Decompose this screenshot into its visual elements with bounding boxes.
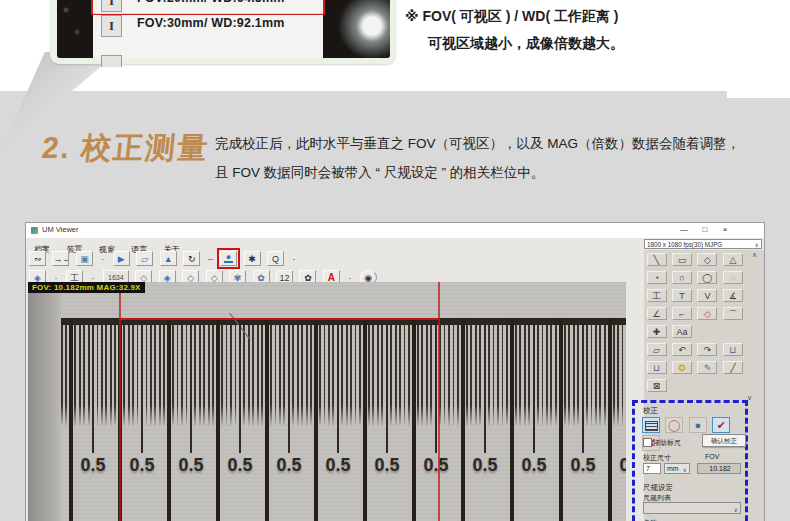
open-folder-icon[interactable]: ▱ [136,251,153,266]
move-tool-icon[interactable]: ✚ [647,325,667,338]
circle-tool-icon[interactable]: ○ [672,271,692,284]
division-label: 0.5 [563,455,603,476]
palette-icon[interactable]: ❂ [672,361,692,374]
triangle-tool-icon[interactable]: △ [723,253,743,266]
major-tick [363,318,367,521]
fov-option-30mm[interactable]: I FOV:30mm/ WD:92.1mm [93,13,323,38]
mid-tick [288,325,290,453]
white-notch [727,91,790,98]
ruler-division: 0.5 [510,282,559,521]
polyline-tool-icon[interactable]: ⌐ [672,307,692,320]
layers-tool-icon[interactable]: ▱ [647,343,667,356]
maximize-button[interactable]: □ [697,223,713,236]
ruler-division: 0.5 [69,282,118,521]
division-label: 0.5 [318,455,358,476]
ruler-settings-title: 尺规设定 [643,483,673,493]
mid-tick [337,325,339,453]
fov-item-label: FOV:20mm/ WD:64.5mm [137,0,285,5]
camera-icon[interactable]: ▣ [76,251,93,266]
aux-ruler-checkbox[interactable] [643,438,652,447]
menu-bar: 档案 装置 视窗 语言 关于 [28,238,186,249]
polygon-tool-icon[interactable]: ◇ [697,253,717,266]
measure-line-left [119,282,121,521]
empty-cell[interactable] [672,379,692,392]
redo-icon[interactable]: ↷ [697,343,717,356]
major-tick [510,318,514,521]
cal-hruler-button[interactable] [642,417,660,433]
text-aa-tool-icon[interactable]: Aa [672,325,692,338]
zoom-icon[interactable]: Q [267,251,284,266]
delete-one-icon[interactable]: ⊔ [723,343,743,356]
mid-tick [190,325,192,453]
record-video-icon[interactable]: ▶ [113,251,130,266]
ellipse-tool-icon[interactable]: ◯ [697,271,717,284]
list-divider [93,13,323,14]
confirm-tooltip: 确认校正 [702,434,746,447]
cal-confirm-button[interactable]: ✔ [712,417,730,433]
arc-tool-icon[interactable]: ⌒ [723,307,743,320]
major-tick [559,318,563,521]
mid-tick [582,325,584,453]
slope-tool-icon[interactable]: ∠ [647,307,667,320]
fov-option-20mm[interactable]: I FOV:20mm/ WD:64.5mm [93,0,323,13]
pick-line-icon[interactable]: ╱ [723,361,743,374]
delete-all-icon[interactable]: ⊔ [647,361,667,374]
camera-viewport[interactable]: 0.5 0.5 0.5 0.5 [28,282,626,521]
rectangle-tool-icon[interactable]: ▭ [672,253,692,266]
fov-mag-badge: FOV: 10.182mm MAG:32.9X [28,282,145,293]
empty-cell[interactable] [723,325,743,338]
settings-gear-icon[interactable]: ✱ [244,251,261,266]
capture-calibrate-icon[interactable]: ● [220,251,237,266]
ruler-list-dropdown[interactable]: ∨ [643,502,741,514]
cal-size-input[interactable]: 7 [643,463,661,474]
camera-dropdown[interactable]: · [99,251,106,266]
mid-tick [484,325,486,453]
chevron-down-icon: ∨ [755,240,759,250]
section-description: 完成校正后，此时水平与垂直之 FOV（可视区），以及 MAG（倍数）数据会随着调… [215,129,760,187]
fit-arrows-icon[interactable]: →← [52,251,69,266]
division-label: 0.5 [612,455,626,476]
pen-tool-icon[interactable]: ◔ [647,271,667,284]
fov-option-list: I FOV:20mm/ WD:64.5mm I FOV:30mm/ WD:92.… [93,0,323,58]
undo-icon[interactable]: ↶ [672,343,692,356]
pan-icon[interactable]: ∾ [29,251,46,266]
resolution-dropdown[interactable]: 1800 x 1080 fps(30) MJPG ∨ [644,239,762,249]
division-label: 0.5 [122,455,162,476]
angle-tool-icon[interactable]: V [697,289,717,302]
empty-cell[interactable] [697,325,717,338]
minimize-button[interactable]: — [676,223,692,236]
division-label: 0.5 [416,455,456,476]
division-label: 0.5 [465,455,505,476]
angle-arrow-tool-icon[interactable]: ∡ [723,289,743,302]
close-button[interactable]: × [717,223,733,236]
red-polygon-tool-icon[interactable]: ◇ [697,307,717,320]
cal-dot-button[interactable]: ● [689,417,707,433]
cal-size-label: 校正尺寸 [643,453,671,463]
app-icon [31,227,38,234]
mid-tick [92,325,94,453]
cal-circle-button[interactable]: ◯ [665,417,683,433]
division-label: 0.5 [220,455,260,476]
export-doc-icon[interactable]: ⊠ [647,379,667,392]
major-tick [265,318,269,521]
unit-dropdown[interactable]: mm ∨ [664,463,690,474]
calibration-title: 校正 [643,406,658,416]
chevron-down-icon: ∨ [734,505,738,515]
image-icon[interactable]: ▲ [160,251,177,266]
zoom-dropdown[interactable]: · [290,251,297,266]
line-tool-icon[interactable]: ╲ [647,253,667,266]
caliper-icon: I [101,0,122,12]
toolbar-row-1: ∾ →← ▣ · ▶ ▱ ▲ ↻ — ● ✱ Q · [28,250,298,268]
dashed-circle-tool-icon[interactable]: ◌ [723,271,743,284]
rotate-icon[interactable]: ↻ [183,251,200,266]
text-tool-icon[interactable]: T [672,289,692,302]
scroll-up-icon[interactable]: ∧ [752,251,757,259]
mid-tick [239,325,241,453]
major-tick [167,318,171,521]
brush-icon[interactable]: ✎ [697,361,717,374]
caliper-tool-icon[interactable]: 工 [647,289,667,302]
mid-tick [141,325,143,453]
desc-line2: 且 FOV 数据同时会被带入 “ 尺规设定 ” 的相关栏位中。 [215,165,544,180]
major-tick [69,318,73,521]
separator-dash[interactable]: — [207,251,214,266]
